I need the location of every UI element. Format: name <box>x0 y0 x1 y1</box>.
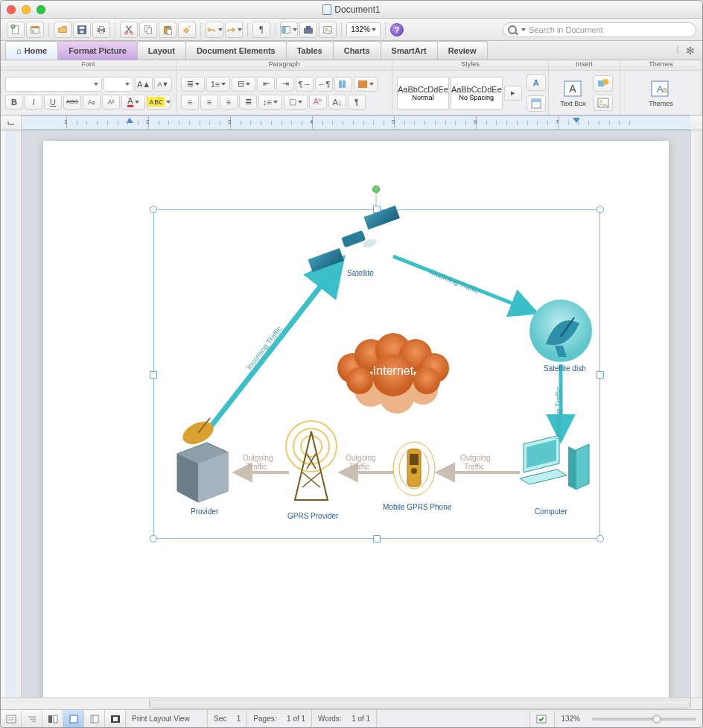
bold-button[interactable]: B <box>5 95 23 110</box>
tab-layout[interactable]: Layout <box>137 41 186 60</box>
document-canvas[interactable]: Internet <box>22 130 690 697</box>
textbox-button[interactable]: A Text Box <box>556 77 591 109</box>
highlight-button[interactable]: ᴀʙᴄ <box>147 95 171 110</box>
tab-home[interactable]: ⌂Home <box>5 41 58 60</box>
textbox-label: Text Box <box>560 100 586 107</box>
view-print-layout-button[interactable] <box>63 710 84 727</box>
zoom-slider[interactable] <box>592 718 696 721</box>
svg-rect-69 <box>48 715 52 723</box>
shapes-button[interactable] <box>594 75 613 92</box>
styles-more-button[interactable]: ▸ <box>504 86 522 101</box>
bullets-button[interactable]: ≣ <box>181 77 205 92</box>
media-browser-button[interactable] <box>319 22 337 38</box>
align-center-button[interactable]: ≡ <box>200 95 218 110</box>
search-field[interactable]: Search in Document <box>503 22 696 37</box>
strike-button[interactable]: ABC <box>63 95 81 110</box>
columns-button[interactable] <box>334 77 352 92</box>
ribbon-options-button[interactable]: ✻ <box>686 45 695 57</box>
show-marks-button[interactable]: ¶ <box>252 22 270 38</box>
italic-button[interactable]: I <box>25 95 42 110</box>
sidebar-toggle-button[interactable] <box>280 22 298 38</box>
svg-rect-59 <box>410 454 419 465</box>
vertical-scrollbar[interactable] <box>690 130 702 697</box>
styles-pane-button[interactable] <box>527 95 546 112</box>
paste-button[interactable] <box>159 22 176 38</box>
change-styles-button[interactable]: A <box>527 75 546 91</box>
tab-document-elements[interactable]: Document Elements <box>185 41 287 60</box>
new-doc-button[interactable] <box>7 22 25 38</box>
clear-formatting-button[interactable]: Aᵇ <box>309 95 327 110</box>
cut-button[interactable] <box>120 22 138 38</box>
dec-indent-button[interactable]: ⇤ <box>257 77 275 92</box>
multilevel-button[interactable]: ⊟ <box>232 77 255 92</box>
status-words[interactable]: Words: 1 of 1 <box>312 710 377 727</box>
view-focus-button[interactable] <box>105 710 126 727</box>
numbering-button[interactable]: 1≡ <box>206 77 230 92</box>
svg-rect-39 <box>308 248 343 272</box>
shrink-font-button[interactable]: A▼ <box>154 77 172 92</box>
right-indent-marker[interactable] <box>573 118 580 123</box>
tab-stop-selector[interactable] <box>1 115 22 130</box>
inc-indent-button[interactable]: ⇥ <box>276 77 294 92</box>
line-spacing-button[interactable]: ↕≡ <box>258 95 282 110</box>
zoom-slider-thumb[interactable] <box>652 715 661 724</box>
font-size-select[interactable] <box>104 77 133 92</box>
borders-button[interactable]: ▢ <box>284 95 308 110</box>
status-pages[interactable]: Pages: 1 of 1 <box>247 710 312 727</box>
tab-layout-label: Layout <box>148 46 175 55</box>
themes-button[interactable]: Aa Themes <box>644 77 678 109</box>
chevron-down-icon <box>298 101 302 104</box>
templates-button[interactable] <box>26 22 44 38</box>
font-family-select[interactable] <box>5 77 102 92</box>
tab-format-picture[interactable]: Format Picture <box>57 41 138 60</box>
justify-button[interactable]: ≣ <box>239 95 257 110</box>
grow-font-button[interactable]: A▲ <box>135 77 153 92</box>
tab-smartart[interactable]: SmartArt <box>381 41 438 60</box>
style-normal[interactable]: AaBbCcDdEe Normal <box>397 77 449 110</box>
redo-button[interactable] <box>225 22 243 38</box>
subscript-button[interactable]: A₂ <box>83 95 101 110</box>
horizontal-scrollbar[interactable] <box>150 698 690 709</box>
font-color-button[interactable]: A <box>121 95 145 110</box>
ltr-button[interactable]: ¶→ <box>296 77 314 92</box>
workspace: Internet <box>1 130 702 697</box>
vertical-ruler[interactable] <box>1 130 22 697</box>
superscript-button[interactable]: A² <box>102 95 120 110</box>
svg-point-32 <box>602 79 608 85</box>
open-button[interactable] <box>54 22 71 38</box>
tab-tables[interactable]: Tables <box>286 41 334 60</box>
view-publishing-button[interactable] <box>42 710 63 727</box>
sort-button[interactable]: A↓ <box>328 95 346 110</box>
shading-button[interactable] <box>354 77 378 92</box>
ruler-number: 3 <box>228 118 231 125</box>
align-right-button[interactable]: ≡ <box>220 95 238 110</box>
horizontal-ruler[interactable]: 1234567 <box>22 115 690 130</box>
chevron-down-icon <box>221 83 226 86</box>
copy-button[interactable] <box>139 22 157 38</box>
status-spellcheck[interactable] <box>530 710 555 727</box>
status-section[interactable]: Sec 1 <box>208 710 247 727</box>
rtl-button[interactable]: ←¶ <box>315 77 333 92</box>
help-button[interactable]: ? <box>390 23 404 37</box>
underline-button[interactable]: U <box>44 95 62 110</box>
align-left-button[interactable]: ≡ <box>181 95 199 110</box>
undo-button[interactable] <box>206 22 223 38</box>
show-all-button[interactable]: ¶ <box>348 95 366 110</box>
view-notebook-button[interactable] <box>84 710 105 727</box>
ruler-number: 7 <box>556 118 559 125</box>
tab-review[interactable]: Review <box>437 41 488 60</box>
status-zoom-value: 132% <box>561 715 580 723</box>
zoom-combo[interactable]: 132% <box>346 22 381 37</box>
print-button[interactable] <box>92 22 110 38</box>
style-nospacing-label: No Spacing <box>459 94 494 101</box>
picture-button[interactable] <box>594 95 613 111</box>
format-painter-button[interactable] <box>178 22 196 38</box>
tab-charts[interactable]: Charts <box>333 41 381 60</box>
collapse-ribbon-button[interactable]: 〈 <box>671 44 680 57</box>
view-draft-button[interactable] <box>1 710 22 727</box>
save-button[interactable] <box>73 22 91 38</box>
style-nospacing[interactable]: AaBbCcDdEe No Spacing <box>451 77 503 110</box>
svg-rect-70 <box>54 715 57 723</box>
toolbox-button[interactable] <box>299 22 317 38</box>
view-outline-button[interactable] <box>22 710 42 727</box>
